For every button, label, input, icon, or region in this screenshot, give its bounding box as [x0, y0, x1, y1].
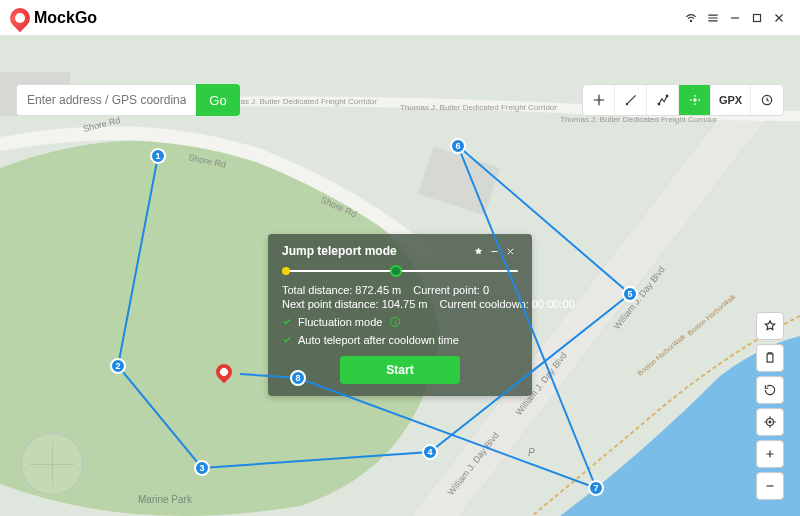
maximize-icon[interactable]	[746, 11, 768, 25]
fluctuation-checkbox[interactable]: Fluctuation mode i	[282, 316, 518, 328]
svg-rect-1	[754, 14, 761, 21]
close-icon[interactable]	[768, 11, 790, 25]
mode-multi-stop[interactable]	[647, 85, 679, 115]
zoom-in-button[interactable]	[756, 440, 784, 468]
mode-toolbar: GPX	[582, 84, 784, 116]
logo-pin-icon	[6, 3, 34, 31]
cooldown-slider[interactable]	[282, 264, 518, 278]
menu-icon[interactable]	[702, 11, 724, 25]
map-canvas[interactable]: Shore Rd Shore Rd Shore Rd Thomas J. But…	[0, 36, 800, 516]
svg-point-25	[769, 421, 771, 423]
waypoint-7[interactable]: 7	[588, 480, 604, 496]
svg-text:P: P	[528, 447, 535, 458]
svg-text:Thomas J. Butler Dedicated Fre: Thomas J. Butler Dedicated Freight Corri…	[220, 97, 377, 106]
mode-jump-teleport[interactable]	[679, 85, 711, 115]
svg-point-19	[698, 99, 700, 101]
info-icon[interactable]: i	[390, 317, 400, 327]
svg-point-17	[693, 98, 697, 102]
waypoint-6[interactable]: 6	[450, 138, 466, 154]
svg-rect-2	[418, 146, 500, 215]
svg-text:Thomas J. Butler Dedicated Fre: Thomas J. Butler Dedicated Freight Corri…	[400, 103, 557, 112]
waypoint-5[interactable]: 5	[622, 286, 638, 302]
svg-point-15	[658, 103, 660, 105]
center-button[interactable]	[756, 408, 784, 436]
waypoint-1[interactable]: 1	[150, 148, 166, 164]
svg-point-13	[597, 99, 599, 101]
waypoint-2[interactable]: 2	[110, 358, 126, 374]
auto-teleport-checkbox[interactable]: Auto teleport after cooldown time	[282, 334, 518, 346]
svg-text:Boston HarborWalk: Boston HarborWalk	[636, 332, 687, 377]
app-logo: MockGo	[10, 8, 97, 28]
panel-favorite-icon[interactable]	[470, 246, 486, 257]
zoom-out-button[interactable]	[756, 472, 784, 500]
mode-history[interactable]	[751, 85, 783, 115]
mode-teleport[interactable]	[583, 85, 615, 115]
search-bar: Go	[16, 84, 240, 116]
waypoint-3[interactable]: 3	[194, 460, 210, 476]
svg-text:Boston HarborWalk: Boston HarborWalk	[686, 292, 737, 337]
mode-one-stop[interactable]	[615, 85, 647, 115]
svg-point-21	[694, 103, 696, 105]
cooldown-label: Current cooldown: 00:00:00	[440, 298, 575, 310]
mode-gpx[interactable]: GPX	[711, 85, 751, 115]
start-button[interactable]: Start	[340, 356, 460, 384]
svg-rect-23	[767, 354, 773, 362]
favorite-button[interactable]	[756, 312, 784, 340]
compass-widget[interactable]	[20, 432, 84, 496]
title-bar: MockGo	[0, 0, 800, 36]
go-button[interactable]: Go	[196, 84, 240, 116]
reset-button[interactable]	[756, 376, 784, 404]
waypoint-4[interactable]: 4	[422, 444, 438, 460]
svg-point-20	[694, 95, 696, 97]
svg-point-18	[690, 99, 692, 101]
map-side-controls	[756, 312, 784, 500]
current-location-pin	[216, 364, 232, 380]
wifi-icon[interactable]	[680, 11, 702, 25]
svg-point-14	[626, 104, 627, 105]
total-distance-label: Total distance: 872.45 m	[282, 284, 401, 296]
panel-title: Jump teleport mode	[282, 244, 470, 258]
panel-close-icon[interactable]	[502, 246, 518, 257]
clipboard-button[interactable]	[756, 344, 784, 372]
waypoint-8[interactable]: 8	[290, 370, 306, 386]
search-input[interactable]	[16, 84, 196, 116]
jump-teleport-panel: Jump teleport mode Total distance: 872.4…	[268, 234, 532, 396]
svg-point-0	[690, 20, 691, 21]
panel-minimize-icon[interactable]	[486, 246, 502, 257]
svg-text:Thomas J. Butler Dedicated Fre: Thomas J. Butler Dedicated Freight Corri…	[560, 115, 717, 124]
park-label: Marine Park	[138, 494, 192, 505]
next-point-label: Next point distance: 104.75 m	[282, 298, 428, 310]
svg-point-16	[666, 95, 668, 97]
app-name: MockGo	[34, 9, 97, 27]
current-point-label: Current point: 0	[413, 284, 518, 296]
minimize-icon[interactable]	[724, 11, 746, 25]
